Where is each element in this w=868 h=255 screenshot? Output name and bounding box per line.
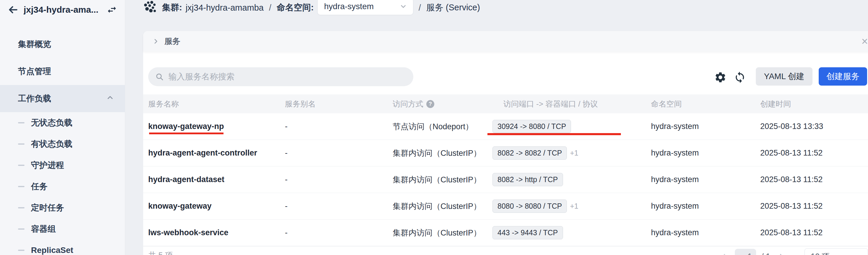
cluster-title: jxj34-hydra-ama... — [24, 5, 101, 15]
port-extra-count[interactable]: +1 — [570, 149, 578, 157]
port-cell: 8082 -> http / TCP — [492, 173, 651, 186]
close-icon[interactable]: × — [859, 35, 868, 48]
search-icon — [155, 72, 163, 81]
service-alias: - — [285, 175, 393, 184]
sidebar: jxj34-hydra-ama... 集群概览 节点管理 工作负载 无状态负载 … — [0, 0, 125, 255]
prev-page-button[interactable] — [718, 251, 730, 255]
sidebar-item-node-management[interactable]: 节点管理 — [0, 58, 125, 85]
panel-title: 服务 — [164, 36, 180, 46]
namespace-cell: hydra-system — [651, 175, 760, 184]
column-header-namespace: 命名空间 — [651, 99, 760, 109]
sidebar-item-label: 节点管理 — [18, 66, 51, 77]
service-name-link[interactable]: hydra-agent-dataset — [148, 175, 285, 184]
chevron-right-icon[interactable] — [152, 37, 160, 45]
yaml-create-button[interactable]: YAML 创建 — [756, 67, 812, 86]
table-row[interactable]: hydra-agent-dataset - 集群内访问（ClusterIP） 8… — [143, 166, 868, 193]
table-row[interactable]: knoway-gateway - 集群内访问（ClusterIP） 8080 -… — [143, 193, 868, 220]
service-name-link[interactable]: lws-webhook-service — [148, 228, 285, 237]
app-window: jxj34-hydra-ama... 集群概览 节点管理 工作负载 无状态负载 … — [0, 0, 868, 255]
sidebar-item-pods[interactable]: 容器组 — [0, 218, 125, 240]
sidebar-item-jobs[interactable]: 任务 — [0, 176, 125, 197]
sidebar-item-label: 任务 — [31, 181, 48, 192]
dash-icon — [18, 122, 25, 123]
annotation-underline-port — [488, 133, 621, 135]
table-row[interactable]: hydra-agent-agent-controller - 集群内访问（Clu… — [143, 140, 868, 166]
page-count: / 1 — [762, 252, 770, 255]
service-alias: - — [285, 228, 393, 237]
current-page-input[interactable]: 1 — [735, 249, 756, 255]
dash-icon — [18, 165, 25, 166]
namespace-select[interactable]: hydra-system — [317, 0, 413, 15]
search-box — [148, 67, 413, 86]
back-button[interactable] — [7, 4, 19, 15]
next-page-button[interactable] — [776, 251, 787, 255]
top-bar: 集群: jxj34-hydra-amamba / 命名空间: hydra-sys… — [125, 0, 868, 31]
port-badge: 8082 -> http / TCP — [492, 173, 563, 186]
sidebar-item-workloads[interactable]: 工作负载 — [0, 85, 125, 112]
table-footer: 共 5 项 1 / 1 10 项 — [143, 246, 868, 255]
sidebar-item-label: ReplicaSet — [31, 246, 73, 255]
port-badge: 8082 -> 8082 / TCP — [492, 147, 567, 160]
sidebar-menu: 集群概览 节点管理 工作负载 无状态负载 有状态负载 守护进程 任务 定时任务 … — [0, 31, 125, 255]
cluster-label: 集群: — [162, 2, 182, 13]
port-cell: 8082 -> 8082 / TCP +1 — [492, 147, 651, 160]
pagination: 1 / 1 10 项 — [718, 248, 868, 255]
cluster-logo-icon — [143, 1, 157, 14]
panel-header: 服务 × — [143, 31, 868, 52]
arrow-left-icon — [8, 5, 18, 15]
chevron-right-icon — [777, 252, 786, 255]
cluster-name[interactable]: jxj34-hydra-amamba — [186, 3, 264, 13]
column-header-access: 访问方式 ? — [393, 99, 492, 109]
port-badge: 8080 -> 8080 / TCP — [492, 199, 567, 213]
service-alias: - — [285, 149, 393, 158]
namespace-cell: hydra-system — [651, 228, 760, 237]
column-header-created: 创建时间 — [760, 99, 868, 109]
sidebar-item-cluster-overview[interactable]: 集群概览 — [0, 31, 125, 58]
sidebar-item-label: 容器组 — [31, 223, 56, 235]
create-service-button[interactable]: 创建服务 — [819, 67, 867, 86]
namespace-cell: hydra-system — [651, 201, 760, 211]
swap-icon — [106, 4, 117, 15]
sidebar-item-stateful[interactable]: 有状态负载 — [0, 133, 125, 155]
sidebar-item-label: 定时任务 — [31, 202, 64, 213]
port-badge: 443 -> 9443 / TCP — [492, 226, 563, 240]
sidebar-item-daemonset[interactable]: 守护进程 — [0, 155, 125, 176]
page-size-value: 10 项 — [811, 251, 855, 255]
sidebar-item-label: 无状态负载 — [31, 117, 72, 128]
yaml-create-label: YAML 创建 — [764, 71, 805, 82]
service-name-link[interactable]: knoway-gateway — [148, 201, 285, 211]
chevron-up-icon — [106, 94, 114, 104]
service-name-link[interactable]: hydra-agent-agent-controller — [148, 149, 285, 158]
sidebar-item-stateless[interactable]: 无状态负载 — [0, 112, 125, 133]
port-extra-count[interactable]: +1 — [570, 202, 578, 211]
refresh-button[interactable] — [733, 70, 747, 84]
sidebar-item-replicaset[interactable]: ReplicaSet — [0, 240, 125, 255]
service-name-link[interactable]: knoway-gateway-np — [148, 122, 285, 131]
sidebar-item-label: 有状态负载 — [31, 138, 72, 150]
page-title: 服务 (Service) — [426, 2, 480, 13]
port-badge: 30924 -> 8080 / TCP — [492, 120, 571, 133]
sidebar-item-cronjobs[interactable]: 定时任务 — [0, 197, 125, 218]
table-body: knoway-gateway-np - 节点访问（Nodeport） 30924… — [143, 113, 868, 246]
help-icon[interactable]: ? — [426, 100, 434, 108]
settings-button[interactable] — [714, 70, 727, 84]
search-input[interactable] — [168, 72, 406, 82]
column-header-name: 服务名称 — [148, 99, 285, 109]
sidebar-item-label: 工作负载 — [18, 93, 51, 104]
breadcrumb-separator: / — [418, 3, 421, 13]
dash-icon — [18, 207, 25, 209]
table-row[interactable]: lws-webhook-service - 集群内访问（ClusterIP） 4… — [143, 220, 868, 246]
annotation-underline-name — [149, 132, 223, 134]
sidebar-item-label: 集群概览 — [18, 39, 51, 50]
created-time: 2025-08-13 11:52 — [760, 149, 868, 158]
total-count: 共 5 项 — [148, 250, 173, 255]
created-time: 2025-08-13 13:33 — [760, 122, 868, 131]
switch-cluster-button[interactable] — [106, 4, 118, 15]
access-type: 集群内访问（ClusterIP） — [393, 174, 492, 185]
create-service-label: 创建服务 — [826, 71, 860, 82]
page-size-select[interactable]: 10 项 — [805, 248, 868, 255]
table-row[interactable]: knoway-gateway-np - 节点访问（Nodeport） 30924… — [143, 113, 868, 140]
table-header: 服务名称 服务别名 访问方式 ? 访问端口 -> 容器端口 / 协议 命名空间 … — [143, 94, 868, 113]
chevron-left-icon — [719, 252, 728, 255]
dash-icon — [18, 228, 25, 230]
